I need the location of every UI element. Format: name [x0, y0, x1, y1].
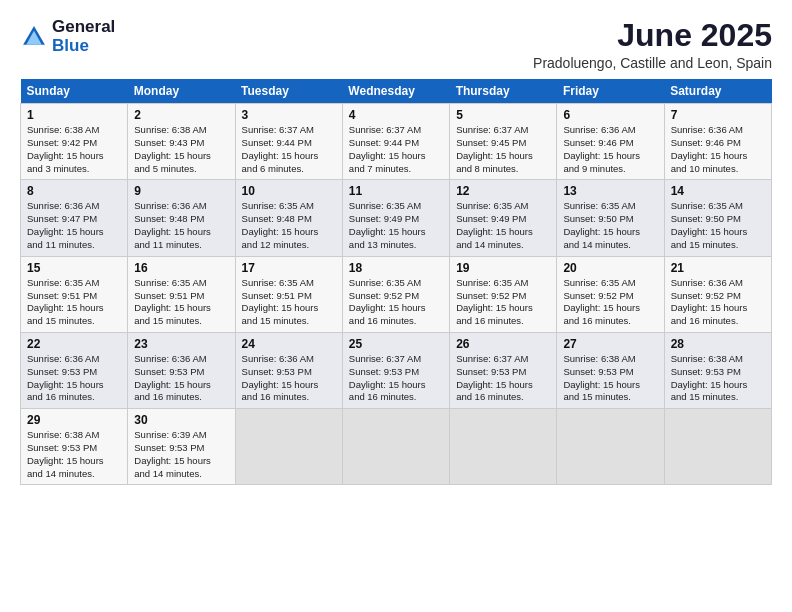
logo-general: General	[52, 18, 115, 37]
day-info: Sunrise: 6:38 AMSunset: 9:53 PMDaylight:…	[671, 353, 765, 404]
day-number: 7	[671, 108, 765, 122]
day-number: 6	[563, 108, 657, 122]
day-number: 29	[27, 413, 121, 427]
day-info: Sunrise: 6:37 AMSunset: 9:45 PMDaylight:…	[456, 124, 550, 175]
day-number: 26	[456, 337, 550, 351]
day-number: 27	[563, 337, 657, 351]
day-info: Sunrise: 6:38 AMSunset: 9:42 PMDaylight:…	[27, 124, 121, 175]
header-wednesday: Wednesday	[342, 79, 449, 104]
header-friday: Friday	[557, 79, 664, 104]
week-row-2: 15Sunrise: 6:35 AMSunset: 9:51 PMDayligh…	[21, 256, 772, 332]
calendar-body: 1Sunrise: 6:38 AMSunset: 9:42 PMDaylight…	[21, 104, 772, 485]
day-number: 11	[349, 184, 443, 198]
day-info: Sunrise: 6:36 AMSunset: 9:53 PMDaylight:…	[242, 353, 336, 404]
title-block: June 2025 Pradoluengo, Castille and Leon…	[533, 18, 772, 71]
day-cell: 4Sunrise: 6:37 AMSunset: 9:44 PMDaylight…	[342, 104, 449, 180]
day-info: Sunrise: 6:36 AMSunset: 9:48 PMDaylight:…	[134, 200, 228, 251]
day-number: 9	[134, 184, 228, 198]
week-row-0: 1Sunrise: 6:38 AMSunset: 9:42 PMDaylight…	[21, 104, 772, 180]
logo-icon	[20, 23, 48, 51]
day-cell: 26Sunrise: 6:37 AMSunset: 9:53 PMDayligh…	[450, 332, 557, 408]
day-info: Sunrise: 6:35 AMSunset: 9:52 PMDaylight:…	[349, 277, 443, 328]
day-info: Sunrise: 6:38 AMSunset: 9:53 PMDaylight:…	[27, 429, 121, 480]
header-row-days: SundayMondayTuesdayWednesdayThursdayFrid…	[21, 79, 772, 104]
day-info: Sunrise: 6:36 AMSunset: 9:53 PMDaylight:…	[134, 353, 228, 404]
day-number: 1	[27, 108, 121, 122]
week-row-4: 29Sunrise: 6:38 AMSunset: 9:53 PMDayligh…	[21, 409, 772, 485]
day-cell: 29Sunrise: 6:38 AMSunset: 9:53 PMDayligh…	[21, 409, 128, 485]
day-info: Sunrise: 6:38 AMSunset: 9:53 PMDaylight:…	[563, 353, 657, 404]
day-info: Sunrise: 6:36 AMSunset: 9:46 PMDaylight:…	[563, 124, 657, 175]
day-number: 30	[134, 413, 228, 427]
day-info: Sunrise: 6:36 AMSunset: 9:47 PMDaylight:…	[27, 200, 121, 251]
day-cell: 30Sunrise: 6:39 AMSunset: 9:53 PMDayligh…	[128, 409, 235, 485]
day-cell: 21Sunrise: 6:36 AMSunset: 9:52 PMDayligh…	[664, 256, 771, 332]
day-number: 24	[242, 337, 336, 351]
day-cell	[342, 409, 449, 485]
day-number: 15	[27, 261, 121, 275]
day-cell: 14Sunrise: 6:35 AMSunset: 9:50 PMDayligh…	[664, 180, 771, 256]
day-cell: 24Sunrise: 6:36 AMSunset: 9:53 PMDayligh…	[235, 332, 342, 408]
day-cell	[557, 409, 664, 485]
header-tuesday: Tuesday	[235, 79, 342, 104]
day-info: Sunrise: 6:37 AMSunset: 9:53 PMDaylight:…	[349, 353, 443, 404]
day-number: 12	[456, 184, 550, 198]
day-info: Sunrise: 6:37 AMSunset: 9:44 PMDaylight:…	[242, 124, 336, 175]
day-info: Sunrise: 6:35 AMSunset: 9:51 PMDaylight:…	[134, 277, 228, 328]
day-number: 21	[671, 261, 765, 275]
day-cell: 13Sunrise: 6:35 AMSunset: 9:50 PMDayligh…	[557, 180, 664, 256]
calendar-thead: SundayMondayTuesdayWednesdayThursdayFrid…	[21, 79, 772, 104]
day-info: Sunrise: 6:37 AMSunset: 9:44 PMDaylight:…	[349, 124, 443, 175]
day-number: 22	[27, 337, 121, 351]
header-sunday: Sunday	[21, 79, 128, 104]
day-info: Sunrise: 6:36 AMSunset: 9:53 PMDaylight:…	[27, 353, 121, 404]
calendar-page: General Blue June 2025 Pradoluengo, Cast…	[0, 0, 792, 612]
day-number: 14	[671, 184, 765, 198]
day-info: Sunrise: 6:35 AMSunset: 9:51 PMDaylight:…	[242, 277, 336, 328]
day-cell: 1Sunrise: 6:38 AMSunset: 9:42 PMDaylight…	[21, 104, 128, 180]
day-cell: 17Sunrise: 6:35 AMSunset: 9:51 PMDayligh…	[235, 256, 342, 332]
day-cell: 7Sunrise: 6:36 AMSunset: 9:46 PMDaylight…	[664, 104, 771, 180]
day-number: 19	[456, 261, 550, 275]
day-cell: 9Sunrise: 6:36 AMSunset: 9:48 PMDaylight…	[128, 180, 235, 256]
day-cell: 19Sunrise: 6:35 AMSunset: 9:52 PMDayligh…	[450, 256, 557, 332]
day-cell: 2Sunrise: 6:38 AMSunset: 9:43 PMDaylight…	[128, 104, 235, 180]
day-info: Sunrise: 6:38 AMSunset: 9:43 PMDaylight:…	[134, 124, 228, 175]
day-info: Sunrise: 6:35 AMSunset: 9:52 PMDaylight:…	[563, 277, 657, 328]
day-number: 10	[242, 184, 336, 198]
day-number: 20	[563, 261, 657, 275]
day-cell: 10Sunrise: 6:35 AMSunset: 9:48 PMDayligh…	[235, 180, 342, 256]
day-number: 16	[134, 261, 228, 275]
day-cell: 8Sunrise: 6:36 AMSunset: 9:47 PMDaylight…	[21, 180, 128, 256]
day-cell: 15Sunrise: 6:35 AMSunset: 9:51 PMDayligh…	[21, 256, 128, 332]
day-cell: 20Sunrise: 6:35 AMSunset: 9:52 PMDayligh…	[557, 256, 664, 332]
day-info: Sunrise: 6:35 AMSunset: 9:51 PMDaylight:…	[27, 277, 121, 328]
day-cell	[450, 409, 557, 485]
day-info: Sunrise: 6:36 AMSunset: 9:46 PMDaylight:…	[671, 124, 765, 175]
day-cell: 6Sunrise: 6:36 AMSunset: 9:46 PMDaylight…	[557, 104, 664, 180]
day-number: 2	[134, 108, 228, 122]
day-number: 13	[563, 184, 657, 198]
day-number: 4	[349, 108, 443, 122]
day-info: Sunrise: 6:35 AMSunset: 9:49 PMDaylight:…	[456, 200, 550, 251]
day-number: 8	[27, 184, 121, 198]
day-info: Sunrise: 6:35 AMSunset: 9:50 PMDaylight:…	[563, 200, 657, 251]
calendar-table: SundayMondayTuesdayWednesdayThursdayFrid…	[20, 79, 772, 485]
day-info: Sunrise: 6:35 AMSunset: 9:49 PMDaylight:…	[349, 200, 443, 251]
day-cell	[664, 409, 771, 485]
day-info: Sunrise: 6:36 AMSunset: 9:52 PMDaylight:…	[671, 277, 765, 328]
day-cell: 22Sunrise: 6:36 AMSunset: 9:53 PMDayligh…	[21, 332, 128, 408]
header-saturday: Saturday	[664, 79, 771, 104]
day-number: 25	[349, 337, 443, 351]
day-number: 23	[134, 337, 228, 351]
day-number: 3	[242, 108, 336, 122]
logo-text: General Blue	[52, 18, 115, 55]
day-number: 17	[242, 261, 336, 275]
day-cell: 5Sunrise: 6:37 AMSunset: 9:45 PMDaylight…	[450, 104, 557, 180]
day-info: Sunrise: 6:35 AMSunset: 9:48 PMDaylight:…	[242, 200, 336, 251]
header-row: General Blue June 2025 Pradoluengo, Cast…	[20, 18, 772, 71]
day-cell: 23Sunrise: 6:36 AMSunset: 9:53 PMDayligh…	[128, 332, 235, 408]
day-info: Sunrise: 6:35 AMSunset: 9:52 PMDaylight:…	[456, 277, 550, 328]
day-number: 28	[671, 337, 765, 351]
day-cell	[235, 409, 342, 485]
